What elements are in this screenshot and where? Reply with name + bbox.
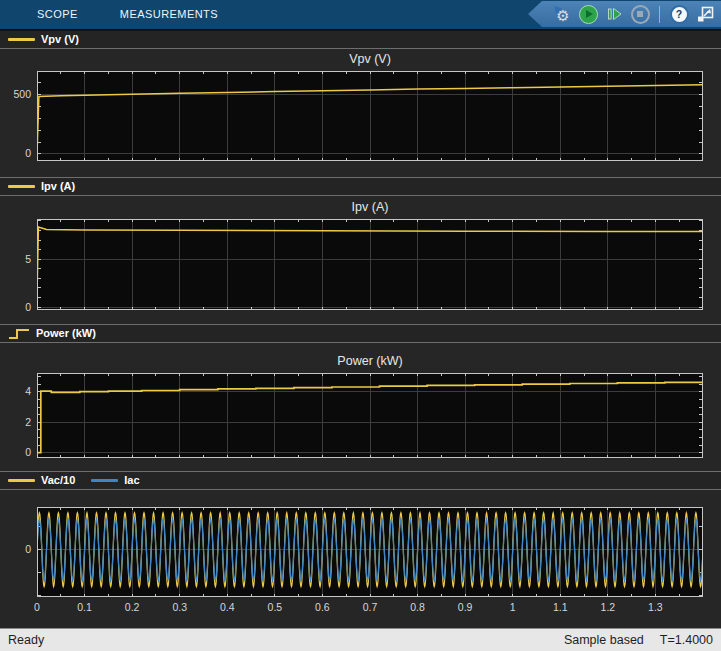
- help-icon: ?: [670, 5, 689, 24]
- plot-canvas-2[interactable]: Power (kW)024: [0, 343, 721, 471]
- sample-mode-label: Sample based: [564, 633, 644, 647]
- x-tick-label: 0.9: [458, 601, 473, 613]
- x-tick-label: 0.6: [315, 601, 330, 613]
- legend-bar: Vac/10Iac: [0, 471, 721, 490]
- legend-line-sample: [91, 479, 118, 482]
- x-tick-label: 0.1: [77, 601, 92, 613]
- status-text: Ready: [8, 633, 44, 647]
- legend-label: Vpv (V): [41, 34, 79, 45]
- quick-access-toolbar: ⚙ ?: [528, 1, 721, 27]
- legend-bar: Power (kW): [0, 324, 721, 343]
- y-tick-label: 5: [25, 253, 31, 265]
- simulation-settings-button[interactable]: ⚙: [551, 3, 573, 25]
- x-tick-label: 0.3: [172, 601, 187, 613]
- legend-label: Vac/10: [41, 475, 75, 486]
- x-tick-label: 0.8: [410, 601, 425, 613]
- simulation-time-label: T=1.4000: [660, 633, 713, 647]
- x-tick-label: 1: [510, 601, 516, 613]
- x-tick-label: 0.4: [220, 601, 235, 613]
- y-tick-label: 0: [25, 147, 31, 159]
- status-bar: Ready Sample based T=1.4000: [0, 628, 721, 651]
- display-power: Power (kW) Power (kW)024: [0, 324, 721, 471]
- plot-canvas-0[interactable]: Vpv (V)0500: [0, 49, 721, 177]
- legend-bar: Vpv (V): [0, 30, 721, 49]
- y-tick-label: 500: [13, 88, 31, 100]
- legend-label: Power (kW): [36, 328, 96, 339]
- x-tick-label: 0.5: [268, 601, 283, 613]
- scope-panel: Vpv (V)0500: [0, 49, 721, 177]
- pop-out-button[interactable]: [694, 3, 716, 25]
- stop-button[interactable]: [629, 3, 651, 25]
- legend-label: Iac: [124, 475, 139, 486]
- plot-canvas-1[interactable]: Ipv (A)05: [0, 196, 721, 324]
- legend-line-sample: [8, 185, 35, 188]
- plot-title: Ipv (A): [352, 200, 389, 214]
- display-vac-iac: Vac/10Iac 000.10.20.30.40.50.60.70.80.91…: [0, 471, 721, 628]
- scope-panel: Ipv (A)05: [0, 196, 721, 324]
- legend-item[interactable]: Ipv (A): [8, 181, 75, 192]
- legend-item[interactable]: Power (kW): [8, 328, 96, 340]
- y-tick-label: 0: [25, 301, 31, 313]
- displays-area: Vpv (V) Vpv (V)0500 Ipv (A) Ipv (A)05 Po…: [0, 30, 721, 628]
- stop-icon: [631, 5, 650, 24]
- run-icon: [579, 5, 598, 24]
- legend-line-sample: [8, 479, 35, 482]
- toolbar-divider: [659, 6, 660, 23]
- legend-item[interactable]: Iac: [91, 475, 139, 486]
- y-tick-label: 2: [25, 416, 31, 428]
- step-forward-icon: [606, 6, 623, 22]
- y-tick-label: 4: [25, 385, 31, 397]
- scope-panel: Power (kW)024: [0, 343, 721, 471]
- display-ipv: Ipv (A) Ipv (A)05: [0, 177, 721, 324]
- help-button[interactable]: ?: [668, 3, 690, 25]
- x-tick-label: 1.1: [553, 601, 568, 613]
- plot-title: Vpv (V): [349, 52, 391, 66]
- plot-title: Power (kW): [337, 354, 402, 368]
- y-tick-label: 0: [25, 543, 31, 555]
- x-tick-label: 0.2: [125, 601, 140, 613]
- x-tick-label: 0: [34, 601, 40, 613]
- x-tick-label: 1.3: [648, 601, 663, 613]
- plot-canvas-3[interactable]: 000.10.20.30.40.50.60.70.80.911.11.21.3: [0, 490, 721, 628]
- display-vpv: Vpv (V) Vpv (V)0500: [0, 30, 721, 177]
- x-tick-label: 1.2: [601, 601, 616, 613]
- toolstrip: SCOPE MEASUREMENTS ⚙ ?: [0, 0, 721, 30]
- legend-label: Ipv (A): [41, 181, 75, 192]
- y-tick-label: 0: [25, 446, 31, 458]
- scope-panel: 000.10.20.30.40.50.60.70.80.911.11.21.3: [0, 490, 721, 628]
- step-forward-button[interactable]: [603, 3, 625, 25]
- pop-out-icon: [697, 6, 714, 23]
- tab-scope[interactable]: SCOPE: [37, 0, 78, 29]
- simulink-scope-window: SCOPE MEASUREMENTS ⚙ ?: [0, 0, 721, 651]
- x-tick-label: 0.7: [363, 601, 378, 613]
- legend-bar: Ipv (A): [0, 177, 721, 196]
- tab-measurements[interactable]: MEASUREMENTS: [120, 0, 218, 29]
- legend-item[interactable]: Vac/10: [8, 475, 75, 486]
- legend-item[interactable]: Vpv (V): [8, 34, 79, 45]
- legend-line-sample: [8, 38, 35, 41]
- legend-step-sample: [8, 328, 30, 340]
- run-button[interactable]: [577, 3, 599, 25]
